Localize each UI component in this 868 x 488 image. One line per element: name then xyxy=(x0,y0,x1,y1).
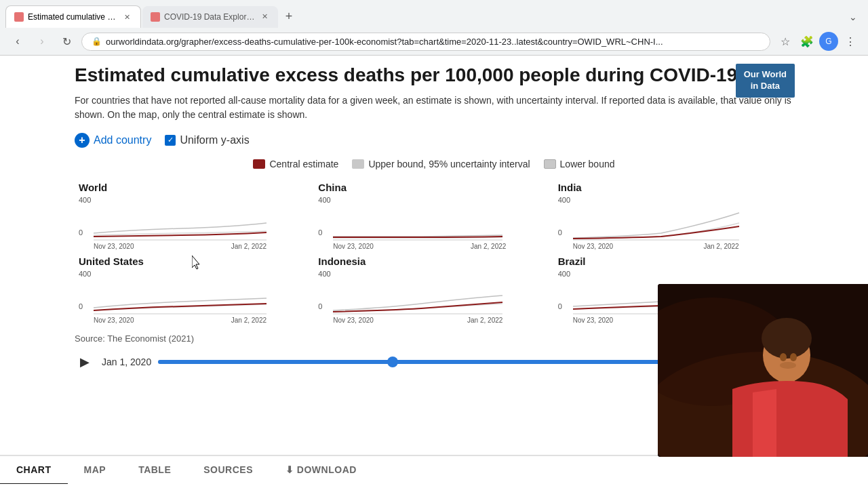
chart-india-start: Nov 23, 2020 xyxy=(573,243,614,250)
chart-us-title: United States xyxy=(79,256,310,267)
chart-us[interactable]: United States 400 0 Nov 23, 2020 Jan 2, … xyxy=(75,253,314,327)
forward-button[interactable]: › xyxy=(33,32,52,51)
tab-2-favicon xyxy=(151,12,160,22)
browser-chrome: Estimated cumulative excess... ✕ COVID-1… xyxy=(0,0,868,56)
chart-china-end: Jan 2, 2022 xyxy=(471,243,506,250)
uniform-y-axis-checkbox-row[interactable]: ✓ Uniform y-axis xyxy=(165,134,249,146)
tab-2-title: COVID-19 Data Explorer - Our... xyxy=(164,12,255,22)
chart-india-yzero: 0 xyxy=(558,228,562,237)
bookmark-button[interactable]: ☆ xyxy=(776,32,795,51)
tab-2[interactable]: COVID-19 Data Explorer - Our... ✕ xyxy=(142,6,278,28)
svg-point-14 xyxy=(780,362,796,369)
chart-world[interactable]: World 400 0 Nov 23, 2020 xyxy=(75,179,314,253)
chart-china-start: Nov 23, 2020 xyxy=(333,243,374,250)
chart-world-ymax: 400 xyxy=(79,196,91,204)
timeline-slider[interactable] xyxy=(158,360,745,364)
uniform-y-axis-label: Uniform y-axis xyxy=(180,134,249,146)
legend-row: Central estimate Upper bound, 95% uncert… xyxy=(75,159,793,169)
tab-sources[interactable]: SOURCES xyxy=(187,456,269,484)
video-placeholder xyxy=(658,284,868,457)
toolbar-icons: ☆ 🧩 G ⋮ xyxy=(776,32,860,51)
chart-us-ymax: 400 xyxy=(79,270,91,278)
chart-brazil-start: Nov 23, 2020 xyxy=(573,317,614,324)
bottom-tabs: CHART MAP TABLE SOURCES ⬇ DOWNLOAD xyxy=(0,455,868,484)
tabs-bar: Estimated cumulative excess... ✕ COVID-1… xyxy=(0,0,868,28)
tab-download[interactable]: ⬇ DOWNLOAD xyxy=(269,456,373,484)
page-title: Estimated cumulative excess deaths per 1… xyxy=(75,56,793,87)
back-button[interactable]: ‹ xyxy=(8,32,27,51)
chart-indonesia-end: Jan 2, 2022 xyxy=(467,317,502,324)
tab-table[interactable]: TABLE xyxy=(122,456,187,484)
chart-brazil-ymax: 400 xyxy=(558,270,570,278)
chart-world-title: World xyxy=(79,182,310,193)
play-button[interactable]: ▶ xyxy=(75,352,95,372)
owid-logo[interactable]: Our World in Data xyxy=(736,64,795,98)
page-subtitle: For countries that have not reported all… xyxy=(75,94,793,122)
svg-point-10 xyxy=(762,318,812,359)
reload-button[interactable]: ↻ xyxy=(57,32,76,51)
add-country-button[interactable]: + Add country xyxy=(75,133,151,148)
tab-1-favicon xyxy=(14,12,24,22)
chart-indonesia-ymax: 400 xyxy=(318,270,330,278)
chart-india-ymax: 400 xyxy=(558,196,570,204)
chart-us-svg xyxy=(94,277,283,321)
chart-indonesia-title: Indonesia xyxy=(318,256,549,267)
tab-2-close[interactable]: ✕ xyxy=(259,12,270,22)
legend-lower-swatch xyxy=(544,159,556,169)
video-overlay xyxy=(658,284,868,457)
legend-central-swatch xyxy=(253,159,265,169)
chart-brazil-yzero: 0 xyxy=(558,302,562,310)
tab-map[interactable]: MAP xyxy=(68,456,123,484)
plus-icon: + xyxy=(75,133,90,148)
chart-china-ymax: 400 xyxy=(318,196,330,204)
chart-indonesia[interactable]: Indonesia 400 0 Nov 23, 2020 Jan 2, 2022 xyxy=(314,253,553,327)
chart-india[interactable]: India 400 0 Nov 23, 2020 Jan 2, 2022 xyxy=(554,179,793,253)
tab-1[interactable]: Estimated cumulative excess... ✕ xyxy=(5,5,141,28)
lock-icon: 🔒 xyxy=(92,37,102,46)
chart-india-title: India xyxy=(558,182,789,193)
legend-upper-swatch xyxy=(352,159,364,169)
chart-china-title: China xyxy=(318,182,549,193)
menu-button[interactable]: ⋮ xyxy=(841,32,860,51)
chart-world-end: Jan 2, 2022 xyxy=(231,243,267,250)
timeline-start-date: Jan 1, 2020 xyxy=(102,357,151,367)
chart-indonesia-svg xyxy=(333,277,509,321)
chart-world-svg xyxy=(94,203,283,247)
legend-lower-bound: Lower bound xyxy=(544,159,615,169)
chart-us-yzero: 0 xyxy=(79,302,83,310)
legend-central-label: Central estimate xyxy=(269,159,338,169)
legend-central-estimate: Central estimate xyxy=(253,159,338,169)
chart-brazil-title: Brazil xyxy=(558,256,789,267)
svg-point-12 xyxy=(780,353,787,361)
chart-world-start: Nov 23, 2020 xyxy=(94,243,134,250)
tab-1-close[interactable]: ✕ xyxy=(121,12,132,22)
chart-china-yzero: 0 xyxy=(318,228,322,237)
profile-extensions-button[interactable]: 🧩 xyxy=(797,32,816,51)
legend-lower-label: Lower bound xyxy=(560,159,615,169)
user-avatar[interactable]: G xyxy=(819,32,838,51)
timeline-fill xyxy=(158,360,715,364)
legend-upper-bound: Upper bound, 95% uncertainty interval xyxy=(352,159,530,169)
controls-row: + Add country ✓ Uniform y-axis xyxy=(75,133,793,148)
address-bar: ‹ › ↻ 🔒 ourworldindata.org/grapher/exces… xyxy=(0,28,868,55)
chart-us-start: Nov 23, 2020 xyxy=(94,317,134,324)
legend-upper-label: Upper bound, 95% uncertainty interval xyxy=(368,159,530,169)
page-content: Our World in Data Estimated cumulative e… xyxy=(0,56,868,484)
video-person-svg xyxy=(658,284,868,457)
tab-1-title: Estimated cumulative excess... xyxy=(28,12,117,22)
url-bar[interactable]: 🔒 ourworldindata.org/grapher/excess-deat… xyxy=(81,33,770,51)
tab-chart[interactable]: CHART xyxy=(0,456,68,484)
chart-china-svg xyxy=(333,203,509,247)
timeline-handle-left[interactable] xyxy=(387,357,398,367)
chart-china[interactable]: China 400 0 Nov 23, 2020 Jan 2, 2022 xyxy=(314,179,553,253)
chart-us-end: Jan 2, 2022 xyxy=(231,317,267,324)
chart-world-yzero: 0 xyxy=(79,228,83,237)
url-text: ourworldindata.org/grapher/excess-deaths… xyxy=(106,37,663,47)
svg-point-13 xyxy=(790,353,797,361)
chart-india-end: Jan 2, 2022 xyxy=(703,243,738,250)
tab-overflow-button[interactable]: ⌄ xyxy=(844,7,863,26)
chart-indonesia-start: Nov 23, 2020 xyxy=(333,317,374,324)
new-tab-button[interactable]: + xyxy=(279,7,298,26)
chart-india-svg xyxy=(573,203,743,247)
uniform-y-axis-checkbox[interactable]: ✓ xyxy=(165,135,176,146)
